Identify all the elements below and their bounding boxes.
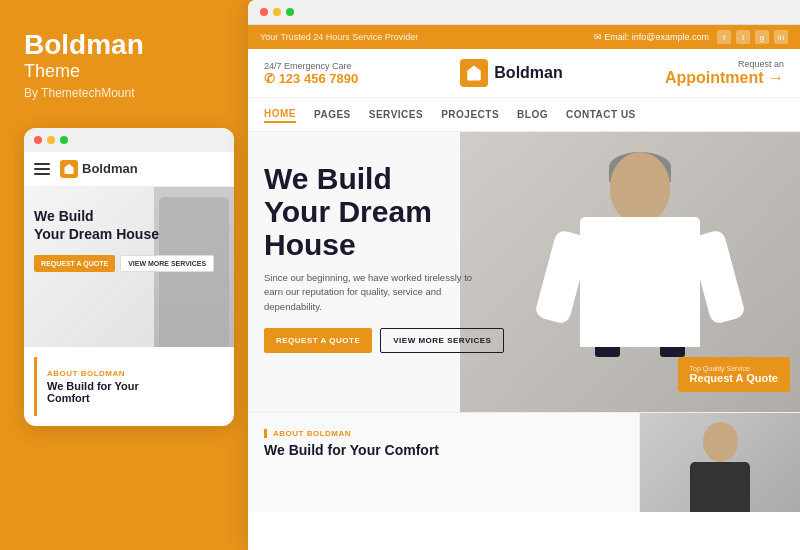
bottom-about: ABOUT BOLDMAN We Build for Your Comfort — [248, 413, 640, 512]
hero-description: Since our beginning, we have worked tire… — [264, 271, 484, 314]
mobile-preview-card: Boldman We Build Your Dream House REQUES… — [24, 128, 234, 426]
mobile-logo: Boldman — [60, 160, 138, 178]
mobile-about-label: ABOUT BOLDMAN — [47, 369, 214, 378]
more-services-btn[interactable]: VIEW MORE SERVICES — [380, 328, 504, 353]
appointment-text[interactable]: Appointment → — [665, 69, 784, 87]
badge-text: Request A Quote — [690, 372, 778, 384]
emergency-label: 24/7 Emergency Care — [264, 61, 358, 71]
hero-title: We Build Your Dream House — [264, 162, 524, 261]
site-hero: We Build Your Dream House Since our begi… — [248, 132, 800, 412]
mobile-hero-text: We Build Your Dream House REQUEST A QUOT… — [34, 207, 214, 272]
browser-bar — [248, 0, 800, 25]
mobile-hero-title: We Build Your Dream House — [34, 207, 214, 243]
linkedin-icon[interactable]: in — [774, 30, 788, 44]
bottom-person-head — [703, 422, 738, 462]
nav-services[interactable]: SERVICES — [369, 107, 423, 122]
site-header: 24/7 Emergency Care ✆ 123 456 7890 Boldm… — [248, 49, 800, 98]
hero-content: We Build Your Dream House Since our begi… — [264, 162, 524, 353]
mobile-about: ABOUT BOLDMAN We Build for Your Comfort — [34, 357, 224, 416]
twitter-icon[interactable]: t — [736, 30, 750, 44]
nav-projects[interactable]: PROJECTS — [441, 107, 499, 122]
request-quote-btn[interactable]: REQUEST A QUOTE — [264, 328, 372, 353]
bottom-image — [640, 413, 800, 512]
hamburger-icon[interactable] — [34, 163, 50, 175]
top-strip-tagline: Your Trusted 24 Hours Service Provider — [260, 32, 418, 42]
quote-badge[interactable]: Top Quality Service Request A Quote — [678, 357, 790, 392]
brand-subtitle: Theme — [24, 61, 224, 82]
emergency-phone: ✆ 123 456 7890 — [264, 71, 358, 86]
bottom-person — [690, 422, 750, 512]
header-appointment: Request an Appointment → — [665, 59, 784, 87]
badge-label: Top Quality Service — [690, 365, 778, 372]
nav-contact[interactable]: CONTACT US — [566, 107, 636, 122]
mobile-card-bar — [24, 128, 234, 152]
header-emergency: 24/7 Emergency Care ✆ 123 456 7890 — [264, 61, 358, 86]
mobile-nav: Boldman — [24, 152, 234, 187]
dot-green — [60, 136, 68, 144]
mobile-about-title: We Build for Your Comfort — [47, 380, 214, 404]
top-strip: Your Trusted 24 Hours Service Provider ✉… — [248, 25, 800, 49]
browser-dot-yellow — [273, 8, 281, 16]
about-label: ABOUT BOLDMAN — [264, 429, 623, 438]
top-strip-right: ✉ Email: info@example.com f t g in — [594, 30, 788, 44]
left-panel: Boldman Theme By ThemetechMount Boldman — [0, 0, 248, 550]
browser-dot-green — [286, 8, 294, 16]
mobile-hero: We Build Your Dream House REQUEST A QUOT… — [24, 187, 234, 347]
logo-house-icon — [460, 59, 488, 87]
facebook-icon[interactable]: f — [717, 30, 731, 44]
worker-head — [610, 152, 670, 222]
mobile-more-services-btn[interactable]: VIEW MORE SERVICES — [120, 255, 214, 272]
browser-dot-red — [260, 8, 268, 16]
mobile-btn-row: REQUEST A QUOTE VIEW MORE SERVICES — [34, 255, 214, 272]
bottom-person-body — [690, 462, 750, 512]
site-nav: HOME PAGES SERVICES PROJECTS BLOG CONTAC… — [248, 98, 800, 132]
about-title: We Build for Your Comfort — [264, 442, 623, 458]
site-bottom: ABOUT BOLDMAN We Build for Your Comfort — [248, 412, 800, 512]
mobile-logo-text: Boldman — [82, 161, 138, 176]
dot-red — [34, 136, 42, 144]
brand-title: Boldman — [24, 30, 224, 61]
worker-shirt — [580, 217, 700, 347]
nav-blog[interactable]: BLOG — [517, 107, 548, 122]
nav-home[interactable]: HOME — [264, 106, 296, 123]
brand-by: By ThemetechMount — [24, 86, 224, 100]
site-logo-text: Boldman — [494, 64, 562, 82]
nav-pages[interactable]: PAGES — [314, 107, 351, 122]
site-logo[interactable]: Boldman — [460, 59, 562, 87]
mobile-request-quote-btn[interactable]: REQUEST A QUOTE — [34, 255, 115, 272]
right-panel: Your Trusted 24 Hours Service Provider ✉… — [248, 0, 800, 550]
hero-buttons: REQUEST A QUOTE VIEW MORE SERVICES — [264, 328, 524, 353]
request-label: Request an — [665, 59, 784, 69]
social-icons: f t g in — [717, 30, 788, 44]
dot-yellow — [47, 136, 55, 144]
appointment-arrow-icon: → — [768, 69, 784, 86]
mobile-logo-icon — [60, 160, 78, 178]
email-label: ✉ Email: info@example.com — [594, 32, 709, 42]
google-icon[interactable]: g — [755, 30, 769, 44]
